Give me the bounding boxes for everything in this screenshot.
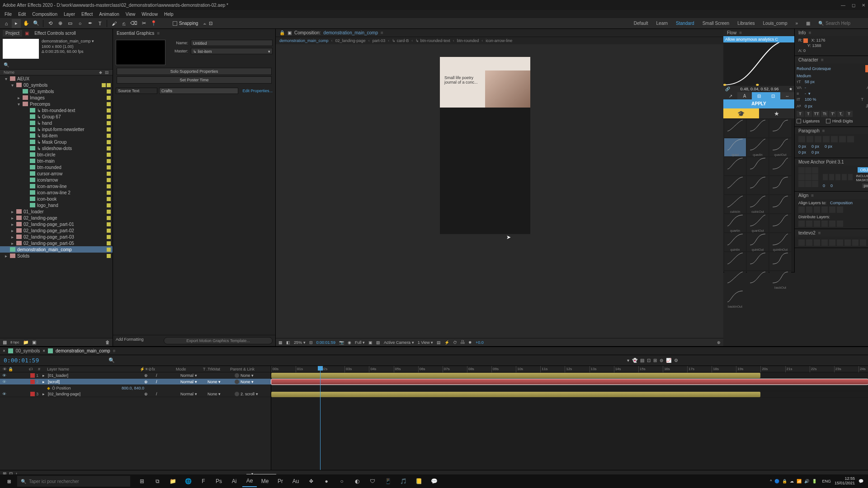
tl-bar-loader[interactable] [271, 373, 760, 378]
pen-tool[interactable]: ✒ [85, 19, 94, 28]
tl-comp-marker-icon[interactable]: ▾ [627, 358, 629, 363]
cf-timeline-icon[interactable]: ⏱ [453, 340, 457, 345]
flow-preset[interactable] [724, 157, 746, 175]
delete-icon[interactable]: 🗑 [105, 340, 110, 345]
rect-tool[interactable]: ▭ [66, 19, 75, 28]
tab-effect-controls[interactable]: Effect Controls scroll [32, 30, 79, 37]
new-comp-icon[interactable]: ▣ [32, 340, 36, 345]
flow-curve-editor[interactable]: Allow anonymous analytics C [723, 36, 794, 86]
flow-preset[interactable]: backInOut [724, 290, 746, 308]
tray-icon[interactable]: ^ [770, 479, 772, 483]
ellipse-tool[interactable]: ○ [75, 19, 85, 28]
flow-preset[interactable] [747, 271, 769, 289]
type-tool[interactable]: T [95, 19, 104, 28]
char-tt-button[interactable]: T, [837, 111, 844, 117]
tree-row[interactable]: ▸01_loader [0, 208, 113, 215]
col-type-icon[interactable]: ▤ [105, 70, 109, 75]
char-tt-button[interactable]: T [845, 111, 853, 117]
ws-small[interactable]: Small Screen [703, 21, 729, 26]
comp-tab-name[interactable]: demonstration_main_comp [323, 30, 378, 35]
flow-preset[interactable]: cubicOut [747, 195, 769, 213]
tree-row[interactable]: ↳ list-item [0, 132, 113, 139]
character-panel-title[interactable]: Character [798, 57, 818, 62]
crumb-item[interactable]: part-03 [373, 38, 386, 43]
flow-values[interactable]: 0.48, 0.04, 0.52, 0.96 [732, 86, 787, 92]
tray-icon[interactable]: 🔊 [804, 479, 809, 483]
tab-essential-graphics[interactable]: Essential Graphics [117, 31, 154, 36]
tl-property[interactable]: ◆Ŏ Position800.0, 840.0 [0, 385, 271, 391]
flow-preset[interactable]: backOut [769, 271, 791, 289]
flow-opt5[interactable]: ↔ [780, 92, 794, 99]
taskbar-app[interactable]: ⧉ [150, 475, 165, 487]
dist3[interactable] [814, 221, 820, 227]
taskbar-app[interactable]: Ai [227, 475, 241, 487]
dist2[interactable] [806, 221, 812, 227]
tray-icon[interactable]: 📶 [797, 479, 802, 483]
align-panel-title[interactable]: Align [798, 193, 808, 198]
taskbar-app[interactable]: 🎵 [396, 475, 410, 487]
tree-row[interactable]: ▸02_landing-page_part-05 [0, 240, 113, 246]
ws-custom[interactable]: Louis_comp [763, 21, 788, 26]
cf-views[interactable]: 1 View ▾ [418, 340, 433, 345]
flow-preset[interactable]: quintOut [747, 233, 769, 251]
crumb-item[interactable]: icon-arrow-line [486, 38, 512, 43]
crumb-item[interactable]: demonstration_main_comp [279, 38, 329, 43]
search-help[interactable]: 🔍 [818, 21, 866, 26]
flow-preset[interactable] [769, 176, 791, 194]
tl-layer-row[interactable]: 👁2▸[scroll]⊕/Normal ▾None ▾None ▾ [0, 379, 271, 385]
taskbar-app[interactable]: ⊞ [135, 475, 149, 487]
flow-star-icon[interactable]: ★ [789, 86, 793, 92]
para-justify-center[interactable] [831, 136, 838, 142]
tray-clock[interactable]: 12:5515/01/2021 [835, 477, 855, 486]
taskbar-app[interactable]: F [196, 475, 211, 487]
cf-resolution[interactable]: Full ▾ [355, 340, 365, 345]
flow-preset[interactable] [724, 176, 746, 194]
anchor-grid[interactable] [798, 167, 820, 187]
flow-preset[interactable]: quad [724, 138, 746, 156]
flow-preset[interactable] [769, 214, 791, 232]
tree-row[interactable]: ↳ hand [0, 120, 113, 126]
col-label-icon[interactable]: ◆ [99, 70, 102, 75]
clone-tool[interactable]: ⎌ [119, 19, 128, 28]
taskbar-app[interactable]: ❖ [304, 475, 318, 487]
tl-close-icon[interactable]: × [3, 348, 5, 353]
anchor-object-button[interactable]: OBJECT [858, 167, 868, 173]
para-justify-left[interactable] [823, 136, 830, 142]
tree-row[interactable]: logo_hand [0, 202, 113, 208]
flow-preset[interactable] [724, 252, 746, 270]
tl-switch2-icon[interactable]: ⊡ [647, 358, 651, 363]
char-vscale[interactable]: 100 % [805, 97, 816, 102]
tl-timecode[interactable]: 0:00:01:59 [0, 357, 54, 364]
tray-lang[interactable]: ENG [822, 479, 831, 483]
flow-analytics-banner[interactable]: Allow anonymous analytics C [723, 36, 794, 42]
taskbar-search[interactable]: 🔍 [17, 476, 130, 487]
cf-reset-exp-icon[interactable]: ✹ [468, 340, 472, 345]
cf-fast-icon[interactable]: ⚡ [444, 340, 449, 345]
cf-channel-icon[interactable]: ◧ [286, 340, 290, 345]
menu-effect[interactable]: Effect [79, 11, 95, 18]
tray-notifications-icon[interactable]: 💬 [859, 479, 863, 483]
puppet-tool[interactable]: 📍 [149, 19, 158, 28]
tree-row[interactable]: icon/arrow [0, 177, 113, 183]
crumb-item[interactable]: ↳ card-B [392, 38, 409, 43]
crumb-item[interactable]: ↳ btn-rounded-text [415, 38, 450, 43]
flow-academy-button[interactable]: 🎓 [723, 108, 759, 118]
tree-row[interactable]: ▸02_landing-page_part-02 [0, 227, 113, 234]
eg-poster-button[interactable]: Set Poster Time [117, 76, 272, 84]
para-align-left[interactable] [798, 136, 805, 142]
tl-bar-landing[interactable] [271, 392, 760, 397]
eraser-tool[interactable]: ⌫ [129, 19, 138, 28]
maximize-button[interactable]: ◻ [852, 3, 855, 8]
start-button[interactable]: ⊞ [2, 475, 16, 487]
cf-camera[interactable]: Active Camera ▾ [384, 340, 414, 345]
tree-row[interactable]: ▸02_landing-page_part-03 [0, 234, 113, 240]
cf-flowchart-icon[interactable]: 品 [461, 339, 465, 345]
flow-favorite-button[interactable]: ★ [759, 108, 795, 118]
tl-playhead[interactable] [320, 366, 321, 470]
tree-row[interactable]: ▸Images [0, 94, 113, 101]
menu-help[interactable]: Help [161, 11, 176, 18]
col-name[interactable]: Name [4, 70, 14, 75]
align-right[interactable] [814, 206, 820, 213]
tl-search[interactable]: 🔍 [108, 357, 115, 363]
flow-preset[interactable] [747, 176, 769, 194]
